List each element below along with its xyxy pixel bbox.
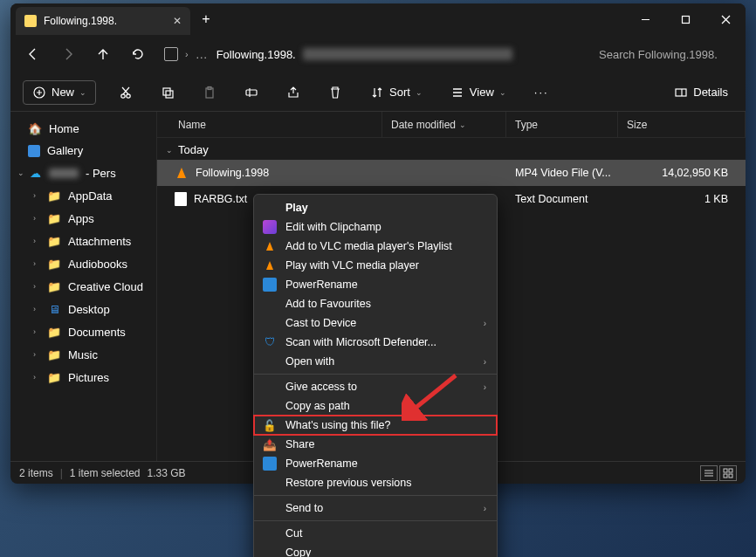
paste-button[interactable] bbox=[197, 80, 222, 105]
col-size[interactable]: Size bbox=[618, 112, 746, 137]
ctx-restore[interactable]: Restore previous versions bbox=[254, 473, 497, 492]
ctx-powerrename2[interactable]: PowerRename bbox=[254, 454, 497, 473]
new-button[interactable]: New⌄ bbox=[23, 80, 96, 105]
sidebar-gallery[interactable]: Gallery bbox=[14, 140, 153, 162]
svg-rect-25 bbox=[724, 469, 727, 472]
powerrename-icon bbox=[263, 278, 277, 292]
file-name: RARBG.txt bbox=[194, 193, 247, 205]
sidebar-onedrive[interactable]: ⌄☁ - Pers bbox=[14, 162, 153, 184]
delete-button[interactable] bbox=[323, 80, 347, 105]
tab[interactable]: Following.1998. ✕ bbox=[16, 7, 190, 35]
ctx-vlc-playlist[interactable]: Add to VLC media player's Playlist bbox=[254, 237, 497, 256]
ctx-play[interactable]: Play bbox=[254, 198, 497, 217]
col-type[interactable]: Type bbox=[506, 112, 618, 137]
minimize-button[interactable] bbox=[625, 3, 665, 35]
close-button[interactable] bbox=[705, 3, 746, 35]
ctx-vlc-play[interactable]: Play with VLC media player bbox=[254, 256, 497, 275]
svg-rect-27 bbox=[724, 474, 727, 478]
cloud-icon: ☁ bbox=[28, 166, 42, 180]
chevron-right-icon[interactable]: › bbox=[33, 305, 36, 313]
col-name[interactable]: Name bbox=[157, 112, 382, 137]
ctx-copy[interactable]: Copy bbox=[254, 543, 497, 557]
chevron-right-icon[interactable]: › bbox=[33, 191, 36, 200]
sidebar-home[interactable]: 🏠Home bbox=[14, 117, 153, 140]
vlc-icon bbox=[175, 166, 189, 180]
file-size: 1 KB bbox=[618, 193, 746, 205]
cut-button[interactable] bbox=[113, 80, 138, 105]
folder-icon: 📁 bbox=[47, 211, 61, 225]
back-button[interactable] bbox=[17, 40, 49, 68]
svg-rect-15 bbox=[246, 90, 257, 95]
sidebar-item-apps[interactable]: ›📁Apps bbox=[14, 207, 153, 230]
sidebar-item-documents[interactable]: ›📁Documents bbox=[14, 320, 153, 343]
vlc-icon bbox=[263, 258, 277, 272]
ctx-clipchamp[interactable]: Edit with Clipchamp bbox=[254, 217, 497, 237]
ctx-sendto[interactable]: Send to› bbox=[254, 499, 497, 518]
new-tab-button[interactable]: + bbox=[190, 3, 222, 35]
clipchamp-icon bbox=[263, 220, 277, 234]
chevron-right-icon: › bbox=[484, 504, 486, 513]
sidebar-item-attachments[interactable]: ›📁Attachments bbox=[14, 230, 153, 252]
file-size: 14,02,950 KB bbox=[618, 167, 746, 179]
folder-icon: 📁 bbox=[47, 279, 61, 293]
sidebar-item-music[interactable]: ›📁Music bbox=[14, 343, 153, 366]
ctx-openwith[interactable]: Open with› bbox=[254, 352, 497, 371]
details-button[interactable]: Details bbox=[669, 80, 733, 105]
desktop-icon: 🖥 bbox=[47, 302, 61, 316]
file-type: MP4 Video File (V... bbox=[506, 167, 618, 179]
ctx-cut[interactable]: Cut bbox=[254, 524, 497, 543]
powerrename-icon bbox=[263, 457, 277, 471]
view-grid-toggle[interactable] bbox=[719, 465, 737, 481]
ctx-defender[interactable]: 🛡Scan with Microsoft Defender... bbox=[254, 333, 497, 352]
sidebar-item-creativecloud[interactable]: ›📁Creative Cloud bbox=[14, 275, 153, 298]
sidebar-item-audiobooks[interactable]: ›📁Audiobooks bbox=[14, 252, 153, 275]
sidebar-item-desktop[interactable]: ›🖥Desktop bbox=[14, 298, 153, 320]
rename-button[interactable] bbox=[239, 80, 264, 105]
ctx-powerrename[interactable]: PowerRename bbox=[254, 275, 497, 294]
tab-close-button[interactable]: ✕ bbox=[173, 15, 182, 27]
group-today[interactable]: ⌄Today bbox=[157, 138, 746, 160]
forward-button[interactable] bbox=[52, 40, 84, 68]
context-menu: Play Edit with Clipchamp Add to VLC medi… bbox=[253, 194, 498, 557]
chevron-right-icon[interactable]: › bbox=[33, 259, 36, 268]
share-button[interactable] bbox=[281, 80, 306, 105]
svg-point-8 bbox=[127, 93, 130, 97]
file-row[interactable]: Following.1998 MP4 Video File (V... 14,0… bbox=[157, 160, 746, 186]
search-input[interactable]: Search Following.1998. bbox=[590, 43, 739, 66]
copy-button[interactable] bbox=[155, 80, 180, 105]
details-label: Details bbox=[693, 86, 728, 99]
chevron-right-icon[interactable]: › bbox=[33, 282, 36, 291]
chevron-right-icon[interactable]: › bbox=[33, 373, 36, 382]
sidebar-item-pictures[interactable]: ›📁Pictures bbox=[14, 366, 153, 389]
ctx-share[interactable]: 📤Share bbox=[254, 435, 497, 454]
folder-icon: 📁 bbox=[47, 370, 61, 384]
chevron-right-icon[interactable]: › bbox=[33, 237, 36, 245]
chevron-right-icon[interactable]: › bbox=[33, 214, 36, 223]
svg-rect-1 bbox=[682, 16, 689, 23]
sort-button[interactable]: Sort⌄ bbox=[365, 80, 428, 105]
chevron-right-icon[interactable]: › bbox=[185, 49, 189, 59]
new-label: New bbox=[52, 86, 74, 99]
ctx-whats-using[interactable]: 🔓What's using this file? bbox=[254, 416, 497, 435]
gallery-icon bbox=[28, 145, 40, 157]
more-button[interactable]: ··· bbox=[529, 80, 554, 105]
ctx-cast[interactable]: Cast to Device› bbox=[254, 313, 497, 333]
ctx-favourites[interactable]: Add to Favourites bbox=[254, 294, 497, 313]
up-button[interactable] bbox=[87, 40, 119, 68]
chevron-down-icon[interactable]: ⌄ bbox=[17, 168, 24, 177]
view-button[interactable]: View⌄ bbox=[445, 80, 512, 105]
ctx-giveaccess[interactable]: Give access to› bbox=[254, 377, 497, 396]
path-overflow[interactable]: … bbox=[196, 47, 210, 61]
maximize-button[interactable] bbox=[665, 3, 705, 35]
sidebar-item-appdata[interactable]: ›📁AppData bbox=[14, 184, 153, 207]
address-bar[interactable]: › … Following.1998. bbox=[157, 47, 587, 61]
chevron-right-icon[interactable]: › bbox=[33, 327, 36, 336]
view-details-toggle[interactable] bbox=[700, 465, 718, 481]
folder-icon: 📁 bbox=[47, 325, 61, 339]
chevron-right-icon[interactable]: › bbox=[33, 350, 36, 359]
sidebar: 🏠Home Gallery ⌄☁ - Pers ›📁AppData ›📁Apps… bbox=[10, 112, 157, 461]
svg-line-9 bbox=[123, 87, 129, 94]
col-date[interactable]: Date modified⌄ bbox=[382, 112, 506, 137]
refresh-button[interactable] bbox=[122, 40, 154, 68]
ctx-copypath[interactable]: Copy as path bbox=[254, 396, 497, 416]
